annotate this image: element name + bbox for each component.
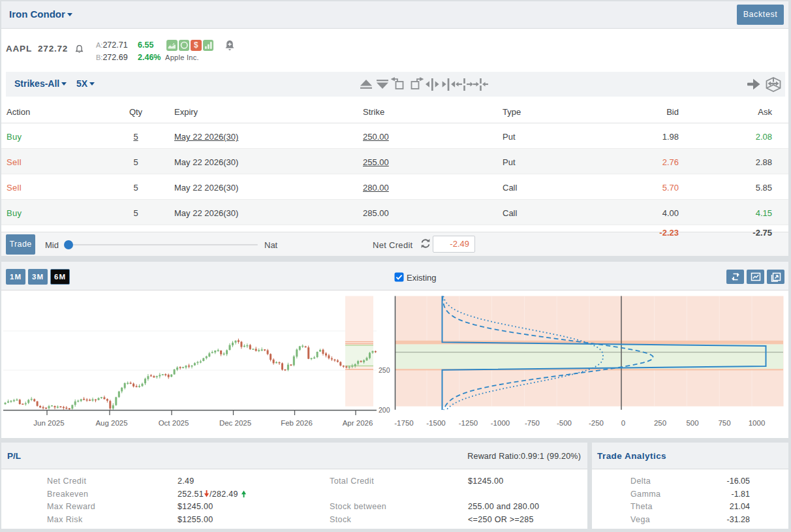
svg-text:-1250: -1250 — [459, 419, 478, 427]
svg-text:-1500: -1500 — [426, 419, 445, 427]
svg-text:-1750: -1750 — [394, 419, 413, 427]
svg-text:-250: -250 — [589, 419, 604, 427]
svg-text:-1000: -1000 — [491, 419, 510, 427]
svg-text:Feb 2026: Feb 2026 — [281, 419, 313, 427]
svg-text:Oct 2025: Oct 2025 — [159, 419, 189, 427]
svg-text:Aug 2025: Aug 2025 — [95, 419, 127, 427]
svg-text:250: 250 — [654, 419, 666, 427]
svg-text:750: 750 — [718, 419, 730, 427]
svg-text:Jun 2025: Jun 2025 — [33, 419, 64, 427]
svg-text:250: 250 — [379, 366, 390, 374]
svg-text:Apr 2026: Apr 2026 — [343, 419, 373, 427]
svg-text:-750: -750 — [525, 419, 540, 427]
svg-text:0: 0 — [621, 419, 625, 427]
svg-text:Dec 2025: Dec 2025 — [219, 419, 251, 427]
svg-text:500: 500 — [686, 419, 698, 427]
svg-text:1000: 1000 — [749, 419, 766, 427]
svg-text:-500: -500 — [557, 419, 572, 427]
svg-text:200: 200 — [379, 406, 390, 414]
